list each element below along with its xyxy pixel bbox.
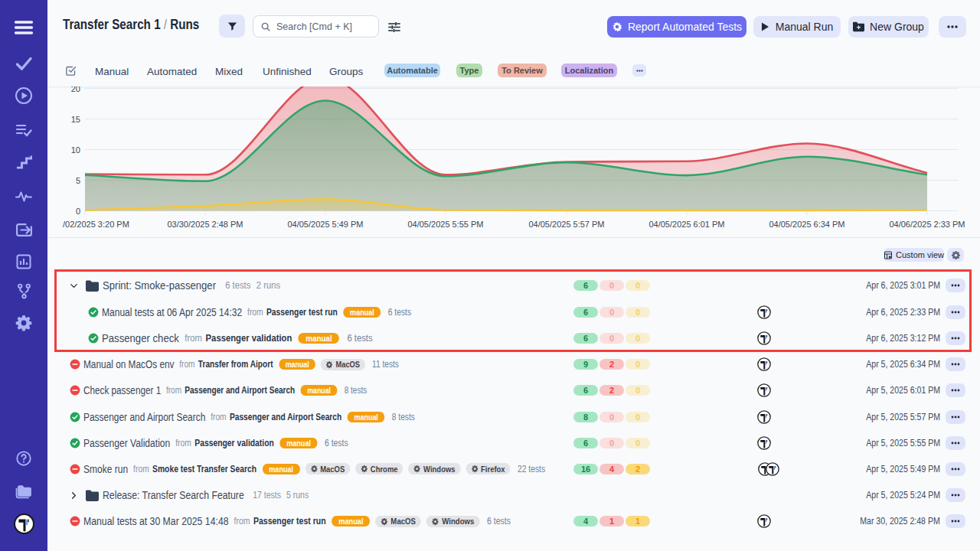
svg-text:03/30/2025 2:48 PM: 03/30/2025 2:48 PM [167, 220, 243, 229]
svg-text:04/05/2025 5:57 PM: 04/05/2025 5:57 PM [528, 220, 604, 229]
svg-text:15: 15 [71, 115, 80, 124]
svg-text:20: 20 [71, 86, 80, 93]
svg-text:0: 0 [76, 207, 80, 216]
svg-text:04/05/2025 6:01 PM: 04/05/2025 6:01 PM [648, 220, 724, 229]
svg-text:/02/2025 3:20 PM: /02/2025 3:20 PM [63, 220, 129, 229]
svg-text:04/06/2025 2:33 PM: 04/06/2025 2:33 PM [889, 220, 965, 229]
svg-text:04/05/2025 5:49 PM: 04/05/2025 5:49 PM [287, 220, 363, 229]
svg-text:04/05/2025 5:55 PM: 04/05/2025 5:55 PM [407, 220, 483, 229]
svg-text:5: 5 [76, 176, 80, 185]
svg-text:10: 10 [71, 145, 80, 155]
svg-text:04/05/2025 6:34 PM: 04/05/2025 6:34 PM [769, 220, 844, 229]
